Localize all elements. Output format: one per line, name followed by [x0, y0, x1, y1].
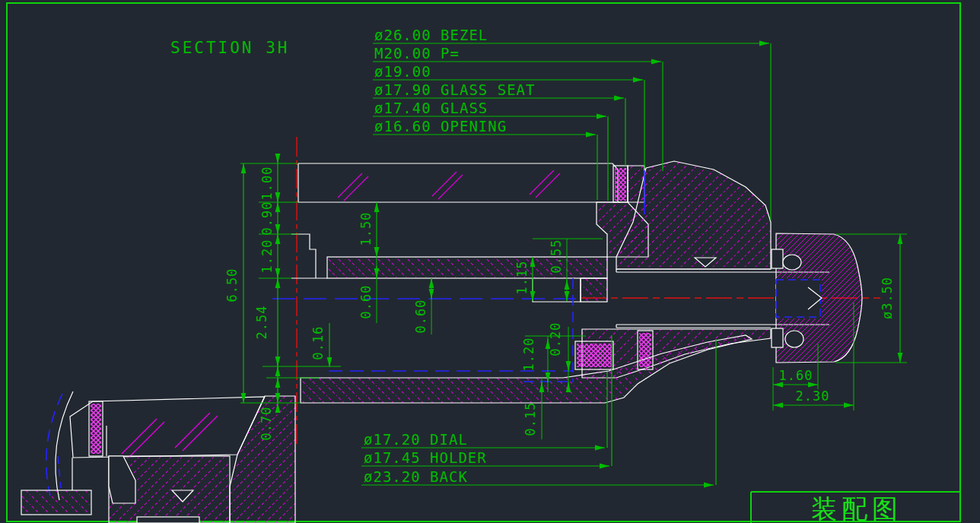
dim-ring-to-center: 0.60: [413, 278, 431, 334]
section-label: SECTION 3H: [170, 39, 289, 57]
svg-text:ø26.00 BEZEL: ø26.00 BEZEL: [374, 27, 488, 43]
glass-gasket: [613, 166, 628, 202]
callout-glass: ø17.40 GLASS: [373, 100, 608, 201]
dim-chain-2: 1.20: [259, 239, 275, 274]
svg-text:M20.00 P=: M20.00 P=: [374, 45, 460, 62]
svg-text:ø3.50: ø3.50: [880, 277, 895, 319]
svg-text:SECTION 3H: SECTION 3H: [170, 39, 289, 57]
glass-reflection-ticks: [338, 170, 560, 201]
o-ring-bottom: [785, 331, 803, 347]
svg-text:1.20: 1.20: [521, 338, 536, 372]
back-gasket: [577, 344, 612, 367]
svg-text:0.15: 0.15: [523, 402, 538, 436]
svg-text:0.55: 0.55: [549, 239, 564, 274]
dim-chain-3: 2.54: [254, 306, 269, 340]
o-ring-top: [783, 255, 801, 270]
detail-gasket: [91, 404, 101, 454]
svg-text:0.16: 0.16: [310, 326, 326, 360]
dim-chain-4: 0.70: [259, 407, 274, 441]
glass-crystal: [298, 163, 620, 202]
svg-text:ø17.40 GLASS: ø17.40 GLASS: [374, 100, 488, 116]
svg-text:1.15: 1.15: [514, 261, 530, 295]
svg-text:ø17.20 DIAL: ø17.20 DIAL: [364, 431, 468, 448]
title-block-text: 装配图: [811, 493, 902, 523]
crown: [772, 233, 862, 363]
svg-text:1.50: 1.50: [358, 212, 374, 246]
dimensions-internal: 0.16 1.50 0.60 0.60 1.15 0.55: [310, 202, 603, 439]
svg-text:ø19.00: ø19.00: [374, 63, 431, 80]
detail-hidden-arc: [46, 394, 62, 496]
detail-view: [21, 391, 295, 523]
dim-ring-thickness: 0.60: [358, 285, 374, 319]
svg-text:2.30: 2.30: [796, 388, 830, 404]
svg-text:0.20: 0.20: [548, 322, 563, 357]
dim-dial-gap: 0.16: [310, 323, 329, 367]
svg-text:ø17.45 HOLDER: ø17.45 HOLDER: [364, 449, 487, 466]
detail-strap-piece: [21, 490, 91, 515]
cad-drawing-canvas: 装配图 SECTION 3H: [0, 0, 980, 523]
svg-text:1.60: 1.60: [779, 368, 813, 383]
svg-text:0.60: 0.60: [413, 300, 428, 334]
cad-viewport[interactable]: 装配图 SECTION 3H: [0, 0, 980, 523]
svg-text:ø16.60 OPENING: ø16.60 OPENING: [374, 118, 507, 135]
svg-text:ø23.20 BACK: ø23.20 BACK: [364, 468, 468, 485]
callout-opening: ø16.60 OPENING: [373, 118, 597, 200]
dim-chain-1: 0.90: [259, 201, 275, 236]
detail-outline-arc: [56, 391, 73, 500]
dim-overall: 6.50: [224, 268, 240, 303]
dim-chain-0: 1.00: [259, 166, 275, 201]
detail-glass-ticks: [122, 413, 218, 457]
svg-text:ø17.90 GLASS SEAT: ø17.90 GLASS SEAT: [374, 81, 535, 98]
